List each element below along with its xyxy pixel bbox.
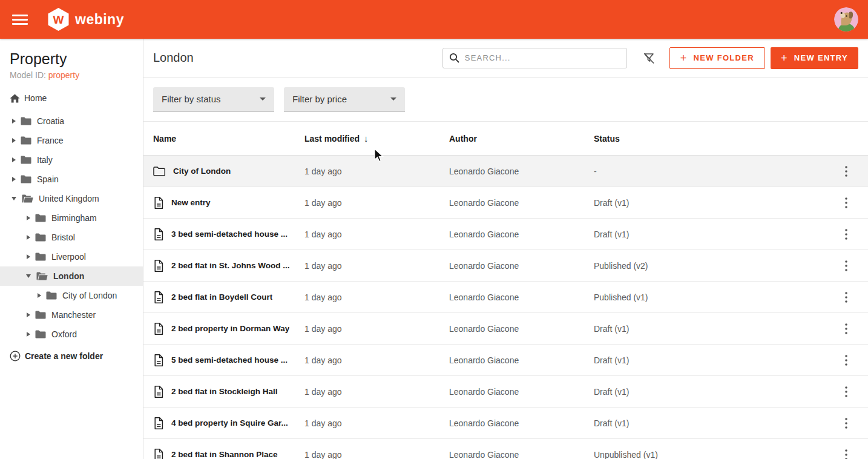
document-icon <box>153 323 163 335</box>
entry-last-modified: 1 day ago <box>304 418 449 428</box>
sidebar-folder-item-oxford[interactable]: Oxford <box>0 325 143 344</box>
table-row[interactable]: 2 bed flat in Stockleigh Hall 1 day ago … <box>143 376 868 408</box>
create-folder-label: Create a new folder <box>25 351 103 361</box>
filter-by-status-select[interactable]: Filter by status <box>153 87 274 111</box>
entry-author: Leonardo Giacone <box>449 387 594 397</box>
sidebar-folder-item-bristol[interactable]: Bristol <box>0 228 143 247</box>
column-header-author[interactable]: Author <box>449 134 594 144</box>
sidebar-folder-item-manchester[interactable]: Manchester <box>0 305 143 325</box>
sidebar-folder-label: France <box>37 136 64 145</box>
column-header-status[interactable]: Status <box>594 134 824 144</box>
kebab-menu-icon[interactable] <box>841 195 851 211</box>
caret-icon[interactable] <box>12 177 16 182</box>
entry-author: Leonardo Giacone <box>449 324 594 334</box>
sidebar-folder-item-london[interactable]: London <box>0 266 143 286</box>
table-row[interactable]: 2 bed flat in St. Johns Wood ... 1 day a… <box>143 250 868 282</box>
table-row[interactable]: 3 bed semi-detached house ... 1 day ago … <box>143 219 868 250</box>
table-row[interactable]: 2 bed flat in Boydell Court 1 day ago Le… <box>143 282 868 313</box>
caret-icon[interactable] <box>12 197 16 200</box>
document-icon <box>153 228 163 240</box>
kebab-menu-icon[interactable] <box>841 258 851 274</box>
entry-last-modified: 1 day ago <box>304 450 449 459</box>
folder-icon <box>21 175 31 183</box>
table-row[interactable]: 2 bed property in Dorman Way 1 day ago L… <box>143 313 868 345</box>
sort-desc-icon[interactable]: ↓ <box>364 133 369 144</box>
entry-status: - <box>594 167 824 176</box>
model-id-link[interactable]: property <box>48 70 79 80</box>
table-row[interactable]: 5 bed semi-detached house ... 1 day ago … <box>143 345 868 376</box>
select-label: Filter by price <box>292 94 390 104</box>
search-input[interactable] <box>465 53 620 62</box>
entry-name: 2 bed flat in St. Johns Wood ... <box>171 261 290 270</box>
caret-icon[interactable] <box>12 138 16 143</box>
entry-status: Draft (v1) <box>594 324 824 334</box>
kebab-menu-icon[interactable] <box>841 163 851 179</box>
user-avatar[interactable] <box>834 7 858 31</box>
folder-icon <box>46 291 57 300</box>
document-icon <box>153 354 163 366</box>
column-header-last-modified[interactable]: Last modified ↓ <box>304 133 449 144</box>
entry-name: City of London <box>173 167 231 176</box>
caret-icon[interactable] <box>27 235 30 240</box>
column-header-name[interactable]: Name <box>143 134 304 144</box>
kebab-menu-icon[interactable] <box>841 226 851 242</box>
sidebar-folder-item-liverpool[interactable]: Liverpool <box>0 247 143 266</box>
entry-author: Leonardo Giacone <box>449 167 594 176</box>
table-row[interactable]: 2 bed flat in Shannon Place 1 day ago Le… <box>143 439 868 459</box>
sidebar: Property Model ID: property Home <box>0 39 143 459</box>
filter-by-price-select[interactable]: Filter by price <box>284 87 405 111</box>
folder-icon <box>21 136 31 145</box>
entry-author: Leonardo Giacone <box>449 198 594 208</box>
model-id-label: Model ID: <box>10 70 46 80</box>
caret-icon[interactable] <box>27 312 30 317</box>
filter-disabled-icon[interactable] <box>642 51 656 65</box>
avatar-image <box>834 7 858 31</box>
table-row[interactable]: 4 bed property in Squire Gar... 1 day ag… <box>143 408 868 439</box>
sidebar-folder-item-spain[interactable]: Spain <box>0 170 143 189</box>
hamburger-menu-icon[interactable] <box>12 15 28 25</box>
sidebar-item-home[interactable]: Home <box>0 88 143 108</box>
search-box <box>442 48 627 68</box>
caret-icon[interactable] <box>26 274 31 278</box>
kebab-menu-icon[interactable] <box>841 447 851 459</box>
search-icon <box>449 53 459 63</box>
entry-last-modified: 1 day ago <box>304 292 449 302</box>
table-row[interactable]: City of London 1 day ago Leonardo Giacon… <box>143 156 868 187</box>
document-icon <box>153 417 163 429</box>
entry-author: Leonardo Giacone <box>449 261 594 271</box>
entry-author: Leonardo Giacone <box>449 292 594 302</box>
kebab-menu-icon[interactable] <box>841 352 851 368</box>
plus-icon: + <box>781 53 788 64</box>
sidebar-folder-item-croatia[interactable]: Croatia <box>0 111 143 131</box>
folder-icon <box>35 253 46 261</box>
caret-icon[interactable] <box>27 332 30 337</box>
entry-status: Published (v1) <box>594 292 824 302</box>
folder-open-icon <box>36 272 48 280</box>
entry-author: Leonardo Giacone <box>449 450 594 459</box>
caret-icon[interactable] <box>12 119 16 124</box>
sidebar-folder-item-italy[interactable]: Italy <box>0 150 143 170</box>
kebab-menu-icon[interactable] <box>841 415 851 431</box>
sidebar-folder-item-birmingham[interactable]: Birmingham <box>0 208 143 228</box>
new-entry-button[interactable]: + NEW ENTRY <box>771 47 858 69</box>
new-folder-button[interactable]: + NEW FOLDER <box>669 47 765 69</box>
entry-name: 5 bed semi-detached house ... <box>171 355 288 365</box>
caret-icon[interactable] <box>12 157 16 162</box>
entry-last-modified: 1 day ago <box>304 355 449 365</box>
entry-name: 2 bed flat in Shannon Place <box>171 450 278 459</box>
caret-icon[interactable] <box>38 293 41 298</box>
sidebar-folder-item-city-of-london[interactable]: City of London <box>0 286 143 305</box>
table-row[interactable]: New entry 1 day ago Leonardo Giacone Dra… <box>143 187 868 219</box>
kebab-menu-icon[interactable] <box>841 384 851 400</box>
sidebar-folder-label: Bristol <box>51 233 75 242</box>
caret-icon[interactable] <box>27 254 30 259</box>
entry-last-modified: 1 day ago <box>304 324 449 334</box>
model-title: Property <box>10 50 133 68</box>
kebab-menu-icon[interactable] <box>841 321 851 337</box>
sidebar-folder-item-united-kingdom[interactable]: United Kingdom <box>0 189 143 208</box>
entry-name: 2 bed flat in Stockleigh Hall <box>171 387 278 396</box>
create-folder-button[interactable]: Create a new folder <box>0 346 143 366</box>
sidebar-folder-item-france[interactable]: France <box>0 131 143 150</box>
kebab-menu-icon[interactable] <box>841 289 851 305</box>
caret-icon[interactable] <box>27 216 30 220</box>
